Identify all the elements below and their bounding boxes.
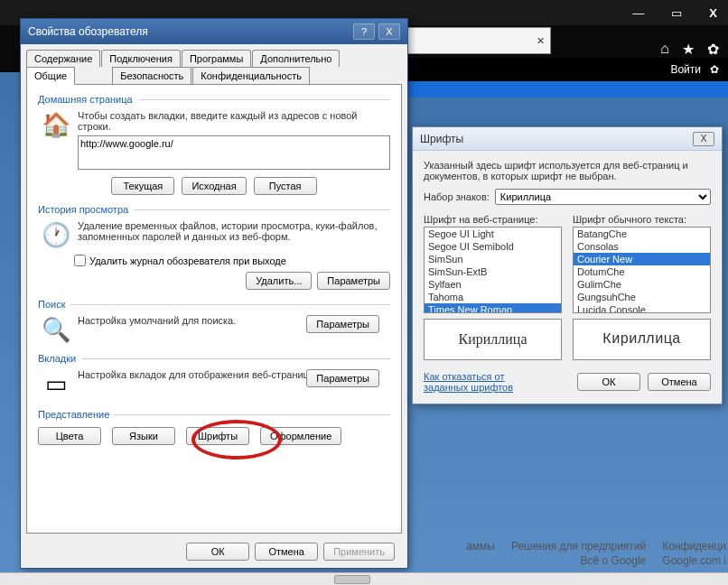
home-icon: 🏠 xyxy=(42,110,70,139)
tab-connections[interactable]: Подключения xyxy=(101,50,181,67)
page-footer-links: аммы Решения для предприятий Конфиденци … xyxy=(388,540,728,567)
webfont-listbox[interactable]: Segoe UI Light Segoe UI Semibold SimSun … xyxy=(424,227,562,313)
dialog-title: Свойства обозревателя xyxy=(28,25,148,38)
tab-close-icon[interactable]: ✕ xyxy=(537,35,545,47)
plainfont-listbox[interactable]: BatangChe Consolas Courier New DotumChe … xyxy=(573,227,711,313)
tab-content[interactable]: Содержание xyxy=(26,50,100,67)
internet-options-dialog: Свойства обозревателя ? X Содержание Под… xyxy=(20,18,408,569)
history-settings-button[interactable]: Параметры xyxy=(317,272,390,290)
page-blue-strip xyxy=(388,81,728,98)
ignore-fonts-link[interactable]: Как отказаться от заданных шрифтов xyxy=(424,371,523,393)
charset-label: Набор знаков: xyxy=(424,191,490,202)
accessibility-button[interactable]: Оформление xyxy=(260,427,341,445)
help-button[interactable]: ? xyxy=(353,23,375,40)
maximize-button[interactable]: ▭ xyxy=(664,5,689,22)
star-icon[interactable]: ★ xyxy=(682,41,695,58)
search-settings-button[interactable]: Параметры xyxy=(306,315,379,333)
fonts-cancel-button[interactable]: Отмена xyxy=(648,373,711,391)
tab-privacy[interactable]: Конфиденциальность xyxy=(192,67,310,85)
tab-advanced[interactable]: Дополнительно xyxy=(252,50,340,67)
tabs-settings-button[interactable]: Параметры xyxy=(306,369,379,387)
footer-link[interactable]: аммы xyxy=(466,540,495,552)
home-icon[interactable]: ⌂ xyxy=(660,41,669,57)
webfont-preview: Кириллица xyxy=(424,319,562,360)
group-tabs: Вкладки ▭ Настройка вкладок для отображе… xyxy=(38,353,390,400)
apply-button[interactable]: Применить xyxy=(323,543,395,561)
delete-on-exit-checkbox[interactable] xyxy=(74,255,86,266)
history-desc: Удаление временных файлов, истории просм… xyxy=(78,220,390,242)
tabs-icon: ▭ xyxy=(42,369,70,398)
homepage-url-input[interactable] xyxy=(78,135,390,170)
tab-panel-general: Домашняя страница 🏠 Чтобы создать вкладк… xyxy=(26,84,402,534)
gear-icon[interactable]: ✿ xyxy=(707,41,719,58)
close-button[interactable]: X xyxy=(702,5,724,22)
tab-general[interactable]: Общие xyxy=(26,67,75,85)
charset-select[interactable]: Кириллица xyxy=(495,189,711,205)
colors-button[interactable]: Цвета xyxy=(38,427,101,445)
footer-link[interactable]: Решения для предприятий xyxy=(511,540,646,552)
use-blank-button[interactable]: Пустая xyxy=(254,177,317,195)
minimize-button[interactable]: — xyxy=(625,5,651,22)
footer-link[interactable]: Конфиденци xyxy=(662,540,726,552)
use-current-button[interactable]: Текущая xyxy=(111,177,174,195)
fonts-intro-text: Указанный здесь шрифт используется для в… xyxy=(424,160,711,181)
dialog-close-button[interactable]: X xyxy=(378,23,400,40)
footer-link[interactable]: Google.com i xyxy=(662,554,726,567)
languages-button[interactable]: Языки xyxy=(112,427,175,445)
login-link[interactable]: Войти xyxy=(670,63,701,76)
group-appearance: Представление Цвета Языки Шрифты Оформле… xyxy=(38,409,390,445)
group-search: Поиск 🔍 Настройка умолчаний для поиска. … xyxy=(38,299,390,344)
plainfont-preview: Кириллица xyxy=(573,319,711,360)
magnifier-icon: 🔍 xyxy=(42,315,70,344)
group-history: История просмотра 🕐 Удаление временных ф… xyxy=(38,204,390,290)
fonts-ok-button[interactable]: ОК xyxy=(577,373,640,391)
horizontal-scrollbar[interactable] xyxy=(0,572,728,585)
group-homepage: Домашняя страница 🏠 Чтобы создать вкладк… xyxy=(38,94,390,195)
cancel-button[interactable]: Отмена xyxy=(255,543,318,561)
fonts-button[interactable]: Шрифты xyxy=(186,427,249,445)
dialog-titlebar[interactable]: Свойства обозревателя ? X xyxy=(21,19,407,44)
ok-button[interactable]: ОК xyxy=(186,543,249,561)
clock-icon: 🕐 xyxy=(42,220,70,249)
settings-gear-icon[interactable]: ✿ xyxy=(710,63,719,76)
delete-on-exit-label: Удалить журнал обозревателя при выходе xyxy=(89,255,286,266)
fonts-dialog-close-button[interactable]: X xyxy=(693,132,714,146)
tab-programs[interactable]: Программы xyxy=(182,50,251,67)
use-default-button[interactable]: Исходная xyxy=(182,177,246,195)
fonts-dialog-title: Шрифты xyxy=(420,133,463,145)
plainfont-label: Шрифт обычного текста: xyxy=(573,214,711,225)
fonts-dialog: Шрифты X Указанный здесь шрифт используе… xyxy=(412,126,723,404)
browser-tab[interactable]: le ✕ xyxy=(388,27,551,54)
footer-link[interactable]: Всё о Google xyxy=(581,554,647,567)
webfont-label: Шрифт на веб-странице: xyxy=(424,214,562,225)
homepage-desc: Чтобы создать вкладки, введите каждый из… xyxy=(78,110,390,132)
tab-security[interactable]: Безопасность xyxy=(112,67,191,85)
delete-history-button[interactable]: Удалить... xyxy=(246,272,312,290)
fonts-dialog-titlebar[interactable]: Шрифты X xyxy=(413,127,722,151)
page-header-bar: Войти ✿ xyxy=(388,58,728,81)
